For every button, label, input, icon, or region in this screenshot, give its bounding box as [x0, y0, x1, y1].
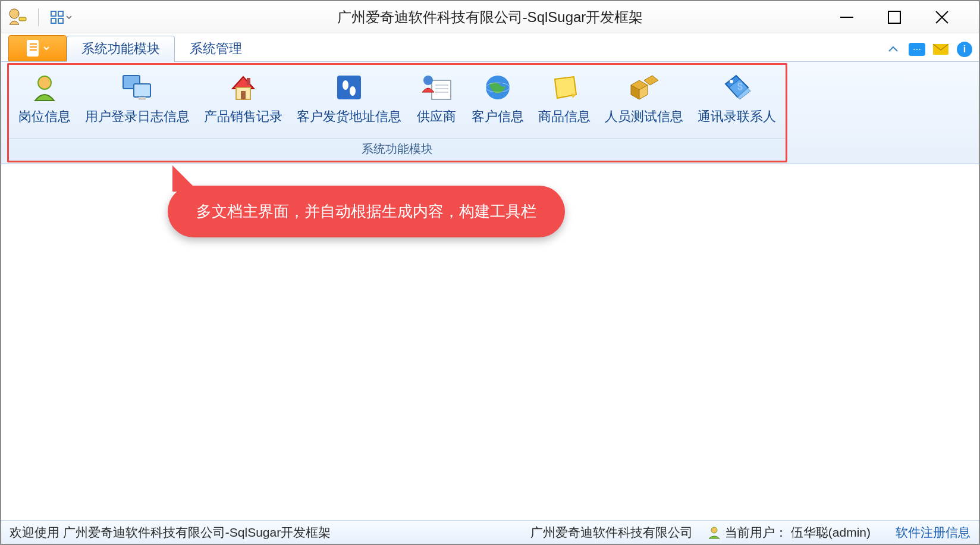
content-area: 多文档主界面，并自动根据生成内容，构建工具栏	[1, 164, 979, 520]
tabstrip-right-icons: ⋯ i	[885, 41, 973, 58]
messages-button[interactable]: ⋯	[909, 41, 925, 58]
annotation-callout: 多文档主界面，并自动根据生成内容，构建工具栏	[168, 186, 565, 237]
status-company: 广州爱奇迪软件科技有限公司	[530, 524, 693, 541]
ribbon-tabstrip: 系统功能模块 系统管理 ⋯ i	[1, 33, 979, 62]
svg-rect-18	[139, 97, 146, 100]
status-user-value: 伍华聪(admin)	[791, 524, 871, 541]
status-current-user: 当前用户：伍华聪(admin)	[707, 524, 871, 541]
ribbon-btn-product-info[interactable]: 商品信息	[532, 68, 596, 138]
ribbon-label: 客户信息	[472, 108, 524, 126]
mail-button[interactable]	[932, 41, 949, 58]
svg-rect-1	[19, 17, 26, 21]
ribbon-label: 用户登录日志信息	[85, 108, 190, 126]
qat-layout-button[interactable]	[48, 10, 74, 25]
info-icon: i	[957, 42, 972, 57]
svg-rect-3	[58, 11, 63, 16]
ribbon-btn-contacts[interactable]: $ 通讯录联系人	[692, 68, 782, 138]
callout-text: 多文档主界面，并自动根据生成内容，构建工具栏	[196, 202, 536, 220]
ribbon-label: 商品信息	[538, 108, 590, 126]
price-tag-icon: $	[720, 71, 753, 104]
maximize-button[interactable]	[884, 7, 905, 28]
svg-point-32	[730, 80, 733, 83]
grid-icon	[51, 11, 64, 24]
ribbon-label: 通讯录联系人	[698, 108, 776, 126]
titlebar-left	[1, 5, 74, 29]
ribbon-btn-shipping-address[interactable]: 客户发货地址信息	[291, 68, 407, 138]
message-icon: ⋯	[909, 43, 925, 56]
svg-point-24	[350, 86, 356, 96]
svg-rect-25	[432, 80, 451, 99]
callout-bubble: 多文档主界面，并自动根据生成内容，构建工具栏	[168, 186, 565, 237]
window-controls	[836, 7, 979, 28]
monitors-icon	[121, 71, 154, 104]
mail-icon	[933, 44, 948, 55]
qat-divider	[38, 8, 39, 26]
document-icon	[26, 39, 41, 57]
close-button[interactable]	[931, 7, 953, 28]
ribbon-label: 岗位信息	[18, 108, 71, 126]
info-button[interactable]: i	[956, 41, 973, 58]
ribbon-label: 客户发货地址信息	[297, 108, 401, 126]
svg-rect-22	[337, 76, 361, 99]
footprint-icon	[332, 71, 366, 104]
status-bar: 欢迎使用 广州爱奇迪软件科技有限公司-SqlSugar开发框架 广州爱奇迪软件科…	[1, 520, 979, 544]
svg-rect-7	[888, 11, 900, 23]
boxes-icon	[627, 71, 661, 104]
svg-rect-5	[58, 18, 63, 23]
contact-card-icon	[420, 71, 453, 104]
ribbon-btn-position-info[interactable]: 岗位信息	[12, 68, 77, 138]
globe-icon	[481, 71, 514, 104]
title-bar: 广州爱奇迪软件科技有限公司-SqlSugar开发框架	[1, 1, 979, 33]
note-icon	[548, 71, 581, 104]
svg-rect-2	[51, 11, 56, 16]
status-register-link[interactable]: 软件注册信息	[896, 524, 970, 541]
svg-rect-4	[51, 18, 56, 23]
collapse-ribbon-button[interactable]	[885, 41, 902, 58]
svg-point-29	[423, 76, 433, 85]
ribbon-group-system-functions: 岗位信息 用户登录日志信息	[7, 63, 787, 162]
ribbon-label: 人员测试信息	[605, 108, 683, 126]
svg-rect-17	[134, 84, 150, 97]
tab-system-management[interactable]: 系统管理	[175, 35, 257, 61]
tab-system-functions[interactable]: 系统功能模块	[67, 36, 175, 62]
ribbon-btn-login-log[interactable]: 用户登录日志信息	[79, 68, 196, 138]
ribbon-btn-customer-info[interactable]: 客户信息	[466, 68, 530, 138]
application-window: 广州爱奇迪软件科技有限公司-SqlSugar开发框架 系统功能模块 系统	[0, 0, 980, 545]
callout-tail	[172, 165, 199, 192]
ribbon-group-title: 系统功能模块	[9, 138, 786, 161]
file-tab[interactable]	[8, 35, 67, 61]
svg-rect-10	[27, 40, 38, 56]
svg-rect-20	[241, 91, 246, 99]
ribbon-btn-staff-test[interactable]: 人员测试信息	[599, 68, 689, 138]
svg-rect-21	[247, 78, 250, 85]
status-user-label: 当前用户：	[725, 524, 787, 541]
ribbon-btn-supplier[interactable]: 供应商	[410, 68, 463, 138]
chevron-up-icon	[888, 46, 899, 53]
chevron-down-icon	[66, 14, 72, 20]
svg-point-15	[38, 76, 51, 89]
svg-point-34	[711, 527, 717, 533]
ribbon-panel: 岗位信息 用户登录日志信息	[1, 62, 979, 164]
app-icon	[5, 5, 29, 29]
status-welcome: 欢迎使用 广州爱奇迪软件科技有限公司-SqlSugar开发框架	[10, 524, 331, 541]
ribbon-label: 产品销售记录	[204, 108, 282, 126]
chevron-down-icon	[43, 45, 49, 51]
minimize-button[interactable]	[836, 7, 857, 28]
ribbon-buttons-row: 岗位信息 用户登录日志信息	[9, 65, 786, 138]
ribbon-btn-sales-record[interactable]: 产品销售记录	[198, 68, 288, 138]
window-title: 广州爱奇迪软件科技有限公司-SqlSugar开发框架	[1, 8, 979, 27]
svg-point-0	[10, 9, 19, 18]
ribbon-label: 供应商	[417, 108, 456, 126]
svg-point-23	[343, 80, 348, 90]
user-icon	[707, 525, 721, 540]
user-icon	[28, 71, 61, 104]
house-icon	[227, 71, 260, 104]
